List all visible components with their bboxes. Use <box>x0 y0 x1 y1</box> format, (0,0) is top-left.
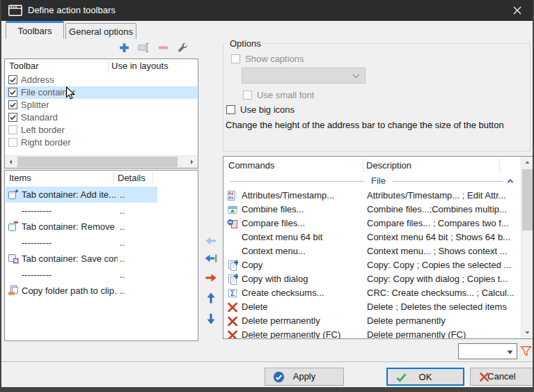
toolbar-row-checkbox[interactable] <box>8 113 17 122</box>
command-name: Delete <box>242 300 363 314</box>
toolbar-row[interactable]: Address <box>6 74 197 86</box>
tab-toolbars-label: Toolbars <box>17 26 52 36</box>
item-details: .. <box>120 219 125 235</box>
toolbar-row-checkbox[interactable] <box>8 88 17 97</box>
horizontal-scrollbar[interactable] <box>5 155 198 168</box>
options-group-label: Options <box>227 38 264 49</box>
triangle-up-icon <box>524 159 531 166</box>
minus-icon <box>157 42 169 54</box>
command-row[interactable]: Combine files...Combine files...;Combine… <box>224 203 521 217</box>
close-icon <box>513 6 521 15</box>
toolbar-row[interactable]: Left border <box>6 124 197 136</box>
commands-table[interactable]: Commands Description File RAHSAttributes… <box>223 156 534 339</box>
plus-icon <box>118 42 130 54</box>
command-row[interactable]: Delete permanentlyDelete permanently <box>224 314 521 328</box>
ok-check-icon <box>395 372 407 384</box>
command-row[interactable]: Context menu...Context menu... ; Shows c… <box>224 244 521 258</box>
command-row[interactable]: RAHSAttributes/Timestamp...Attributes/Ti… <box>224 189 521 203</box>
tab-toolbars[interactable]: Toolbars <box>6 21 64 39</box>
triangle-right-icon <box>189 159 195 165</box>
item-details: .. <box>120 203 125 219</box>
ok-button[interactable]: OK <box>386 368 464 386</box>
move-to-toolbar-button[interactable] <box>203 233 219 249</box>
column-divider <box>108 61 109 72</box>
remove-toolbar-button[interactable] <box>155 39 171 56</box>
use-big-icons-checkbox[interactable] <box>226 105 235 114</box>
filter-icon <box>519 345 533 358</box>
move-up-button[interactable] <box>203 290 219 306</box>
rename-toolbar-button[interactable] <box>135 39 152 56</box>
window-title: Define action toolbars <box>28 0 116 21</box>
command-row[interactable]: DeleteDelete ; Deletes the selected item… <box>224 300 521 314</box>
command-row[interactable]: Copy with dialogCopy: Copy with dialog ;… <box>224 272 521 286</box>
close-button[interactable] <box>501 0 533 21</box>
arrow-right-icon <box>204 271 218 285</box>
toolbar-row-checkbox[interactable] <box>8 138 17 147</box>
command-name: Attributes/Timestamp... <box>242 189 363 203</box>
move-down-button[interactable] <box>203 311 219 327</box>
add-toolbar-button[interactable] <box>116 39 132 56</box>
item-row[interactable]: Copy folder path to clip..... <box>6 283 157 299</box>
item-details: .. <box>120 267 125 283</box>
item-row[interactable]: Tab container: Remove ..... <box>6 219 157 235</box>
command-row[interactable]: Context menu 64 bitContext menu 64 bit ;… <box>224 230 521 244</box>
item-row[interactable]: Tab container: Add ite..... <box>6 187 157 203</box>
insert-into-toolbar-button[interactable] <box>203 250 219 267</box>
use-small-font-checkbox[interactable] <box>243 91 252 100</box>
toolbar-row-label: Standard <box>21 111 58 124</box>
item-label: ---------- <box>22 235 52 251</box>
filter-button[interactable] <box>519 344 533 359</box>
toolbar-list[interactable]: Toolbar Use in layouts AddressFile conta… <box>4 58 198 168</box>
scrollbar-thumb[interactable] <box>17 157 178 167</box>
transfer-arrows <box>201 0 221 362</box>
toolbar-row-checkbox[interactable] <box>8 125 17 134</box>
command-name: Copy with dialog <box>242 272 363 286</box>
item-row[interactable]: ----------.. <box>6 235 157 251</box>
customize-toolbar-button[interactable] <box>174 39 191 56</box>
copy-icon <box>227 274 238 285</box>
collapse-group-icon[interactable] <box>506 177 515 185</box>
command-description: Compare files... ; Compares two f... <box>367 217 519 230</box>
command-description: Delete permanently (FC) <box>367 328 519 339</box>
scroll-up-button[interactable] <box>521 157 533 168</box>
svg-text:Σ: Σ <box>230 290 235 297</box>
tab-general-options[interactable]: General options <box>65 23 136 39</box>
arrow-down-icon <box>204 312 218 326</box>
command-row[interactable]: Delete permanently (FC)Delete permanentl… <box>224 328 521 339</box>
command-row[interactable]: Compare files...Compare files... ; Compa… <box>224 217 521 230</box>
item-label: ---------- <box>22 267 52 283</box>
apply-button[interactable]: Apply <box>265 368 344 386</box>
column-divider <box>113 172 114 185</box>
tab-remove-icon <box>8 221 19 232</box>
details-column-header: Details <box>118 173 146 183</box>
remove-from-toolbar-button[interactable] <box>203 269 219 286</box>
command-row[interactable]: CopyCopy: Copy ; Copies the selected ... <box>224 258 521 272</box>
column-divider <box>499 159 500 172</box>
toolbar-row[interactable]: Right border <box>6 136 197 149</box>
dropdown-arrow-icon <box>507 350 513 354</box>
cancel-button[interactable]: Cancel <box>470 368 533 386</box>
command-row[interactable]: ΣCreate checksums...CRC: Create checksum… <box>224 286 521 300</box>
toolbar-row[interactable]: Standard <box>6 111 197 124</box>
item-row[interactable]: Tab container: Save con..... <box>6 251 157 267</box>
toolbar-row-checkbox[interactable] <box>8 100 17 109</box>
show-captions-checkbox[interactable] <box>231 54 240 63</box>
arrow-left-bar-icon <box>204 251 218 265</box>
attributes-icon: RAHS <box>227 190 238 201</box>
filter-combo[interactable] <box>458 343 517 359</box>
command-name: Delete permanently <box>242 314 363 328</box>
item-row[interactable]: ----------.. <box>6 203 157 219</box>
description-column-header: Description <box>366 160 411 171</box>
captions-style-select[interactable] <box>242 68 366 84</box>
scroll-left-button[interactable] <box>5 156 17 168</box>
items-list[interactable]: Items Details Tab container: Add ite....… <box>4 170 198 341</box>
toolbar-row[interactable]: Splitter <box>6 99 197 111</box>
toolbar-row[interactable]: File container <box>6 86 197 99</box>
scroll-right-button[interactable] <box>186 156 198 168</box>
rename-icon <box>138 42 150 54</box>
scroll-down-button[interactable] <box>521 327 533 338</box>
toolbar-row-checkbox[interactable] <box>8 75 17 84</box>
scrollbar-thumb[interactable] <box>522 169 533 230</box>
vertical-scrollbar[interactable] <box>521 157 533 338</box>
item-row[interactable]: ----------.. <box>6 267 157 283</box>
